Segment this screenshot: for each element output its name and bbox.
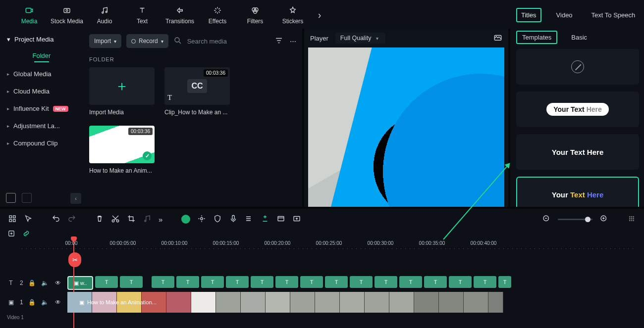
sidebar-item-adjustment[interactable]: ▸Adjustment La... xyxy=(2,117,81,135)
template-pill[interactable]: Your Text Here xyxy=(516,92,639,127)
sidebar-item-global[interactable]: ▸Global Media xyxy=(2,65,81,83)
title-clip[interactable]: T xyxy=(226,276,249,288)
sidebar-collapse-icon[interactable]: ‹ xyxy=(70,193,81,204)
project-media-header[interactable]: ▾ Project Media xyxy=(2,32,81,47)
layout-icon[interactable] xyxy=(8,214,17,225)
tab-tts[interactable]: Text To Speech xyxy=(588,9,640,21)
lock-icon[interactable]: 🔒 xyxy=(28,280,36,286)
nav-tab-stock[interactable]: Stock Media xyxy=(50,3,84,27)
sidebar-item-influence[interactable]: ▸Influence KitNEW xyxy=(2,100,81,117)
nav-label: Stock Media xyxy=(51,18,83,25)
new-folder-icon[interactable] xyxy=(6,193,16,203)
template-plain[interactable]: Your Text Here xyxy=(516,134,639,170)
svg-rect-13 xyxy=(9,216,12,218)
more-tools-icon[interactable]: » xyxy=(159,215,162,224)
frame-icon[interactable] xyxy=(276,214,285,225)
subtab-basic[interactable]: Basic xyxy=(566,32,592,43)
import-button[interactable]: Import ▾ xyxy=(89,34,121,48)
sidebar-item-compound[interactable]: ▸Compound Clip xyxy=(2,135,81,152)
link-icon[interactable] xyxy=(22,229,31,239)
eye-icon[interactable]: 👁 xyxy=(54,299,62,306)
music-icon[interactable] xyxy=(143,214,152,225)
sidebar-item-cloud[interactable]: ▸Cloud Media xyxy=(2,83,81,100)
search-media[interactable]: Search media xyxy=(173,36,269,47)
zoom-out-icon[interactable] xyxy=(542,214,551,225)
folder-tab[interactable]: Folder xyxy=(2,47,81,65)
nav-more-chevron-icon[interactable]: › xyxy=(313,3,326,27)
nav-tab-effects[interactable]: Effects xyxy=(200,3,235,27)
nav-tab-audio[interactable]: Audio xyxy=(87,3,122,27)
split-marker-icon[interactable]: ✂ xyxy=(68,252,81,267)
lock-icon[interactable]: 🔒 xyxy=(28,299,36,306)
sparkle-icon[interactable] xyxy=(197,214,206,225)
crop-icon[interactable] xyxy=(127,214,136,225)
duration-badge: 00:03:36 xyxy=(128,128,153,135)
title-clip[interactable]: T xyxy=(350,276,373,288)
snapshot-icon[interactable] xyxy=(493,33,502,44)
media-tile-cc[interactable]: 00:03:36 CC T Clip_How to Make an ... xyxy=(164,67,230,116)
nav-tab-stickers[interactable]: Stickers xyxy=(275,3,310,27)
tab-titles[interactable]: Titles xyxy=(516,8,541,22)
nav-tab-transitions[interactable]: Transitions xyxy=(162,3,197,27)
title-clip[interactable]: T xyxy=(424,276,447,288)
mic-icon[interactable] xyxy=(229,214,238,225)
title-clip[interactable]: T xyxy=(176,276,199,288)
add-icon[interactable] xyxy=(292,214,301,225)
chevron-down-icon: ▾ xyxy=(7,36,10,43)
delete-icon[interactable] xyxy=(95,214,104,225)
mute-icon[interactable]: 🔈 xyxy=(41,299,49,306)
eye-icon[interactable]: 👁 xyxy=(54,280,62,286)
panel-tabs: Titles Video Text To Speech xyxy=(516,5,644,27)
zoom-slider[interactable] xyxy=(558,219,592,220)
folder-icon[interactable] xyxy=(22,193,32,203)
subtab-templates[interactable]: Templates xyxy=(516,31,557,44)
import-media-tile[interactable]: ＋ Import Media xyxy=(89,67,155,116)
zoom-in-icon[interactable] xyxy=(599,214,608,225)
quality-select[interactable]: Full Quality ▾ xyxy=(335,33,386,44)
title-clip[interactable]: T xyxy=(300,276,323,288)
title-clip[interactable]: T xyxy=(325,276,348,288)
title-clip[interactable]: T xyxy=(399,276,422,288)
record-button[interactable]: Record ▾ xyxy=(126,34,168,48)
undo-icon[interactable] xyxy=(52,214,60,225)
title-clip[interactable]: T xyxy=(375,276,397,288)
mute-icon[interactable]: 🔈 xyxy=(41,280,49,286)
svg-point-4 xyxy=(106,11,107,13)
sidebar-item-label: Global Media xyxy=(13,70,52,78)
title-clip[interactable]: T xyxy=(95,276,118,288)
track-add-icon[interactable] xyxy=(7,229,16,239)
nav-tab-media[interactable]: Media xyxy=(12,3,47,27)
title-clip[interactable]: T xyxy=(474,276,496,288)
media-tile-anim[interactable]: 00:03:36 How to Make an Anim... xyxy=(89,126,155,174)
list-icon[interactable] xyxy=(245,214,254,225)
timeline-ruler[interactable]: 00:00 00:00:05:00 00:00:10:00 00:00:15:0… xyxy=(22,240,637,255)
redo-icon[interactable] xyxy=(67,214,76,225)
filter-icon[interactable] xyxy=(274,36,283,47)
video-track-label: Video 1 xyxy=(0,314,644,321)
title-clip[interactable]: T xyxy=(275,276,298,288)
filters-icon xyxy=(251,5,260,16)
chevron-down-icon: ▾ xyxy=(114,39,116,44)
tab-video[interactable]: Video xyxy=(552,9,577,21)
title-clip[interactable]: T xyxy=(449,276,472,288)
title-track: T 2 🔒 🔈 👁 ▣ w.. T T T T T T T T T T T T … xyxy=(0,275,644,291)
shield-icon[interactable] xyxy=(213,214,222,225)
title-clip[interactable]: T xyxy=(152,276,174,288)
select-icon[interactable] xyxy=(24,214,33,225)
title-clip[interactable]: T xyxy=(120,276,143,288)
video-track-icon[interactable]: ▣ xyxy=(7,299,15,306)
title-clip-selected[interactable]: ▣ w.. xyxy=(67,276,93,290)
cut-icon[interactable] xyxy=(111,214,120,225)
nav-tab-text[interactable]: Text xyxy=(125,3,160,27)
title-clips[interactable]: ▣ w.. T T T T T T T T T T T T T T T T T xyxy=(67,276,511,290)
title-clip[interactable]: T xyxy=(498,276,511,288)
more-icon[interactable]: ⋯ xyxy=(288,38,297,45)
title-track-icon[interactable]: T xyxy=(7,280,15,286)
grid-icon[interactable] xyxy=(627,214,636,225)
nav-tab-filters[interactable]: Filters xyxy=(238,3,272,27)
marker-icon[interactable] xyxy=(261,214,269,225)
ai-icon[interactable] xyxy=(181,215,190,224)
title-clip[interactable]: T xyxy=(201,276,224,288)
template-none[interactable] xyxy=(516,49,639,85)
title-clip[interactable]: T xyxy=(251,276,273,288)
